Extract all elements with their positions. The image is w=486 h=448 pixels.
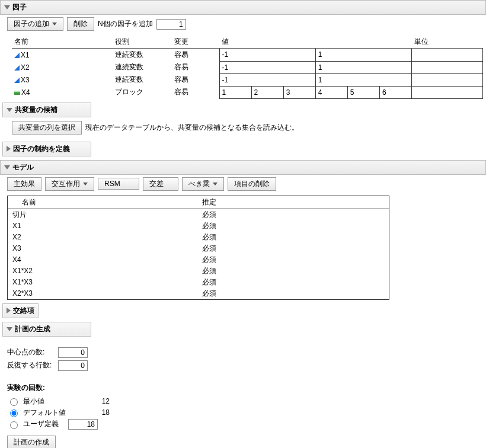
model-header-row: 名前 推定 bbox=[8, 196, 389, 209]
center-input[interactable] bbox=[58, 347, 88, 358]
disclosure-icon[interactable] bbox=[7, 327, 12, 331]
dropdown-icon bbox=[83, 183, 88, 185]
term-name: X1 bbox=[8, 220, 197, 232]
factors-header-row: 名前 役割 変更 値 単位 bbox=[12, 36, 483, 49]
table-row[interactable]: X3必須 bbox=[8, 243, 389, 254]
covariate-desc: 現在のデータテーブルから、共変量の候補となる集合を読み込む。 bbox=[85, 123, 299, 133]
continuous-icon bbox=[14, 78, 20, 83]
disclosure-icon[interactable] bbox=[7, 308, 11, 313]
term-est[interactable]: 必須 bbox=[197, 277, 389, 288]
disclosure-icon[interactable] bbox=[7, 108, 12, 112]
factor-unit[interactable] bbox=[412, 61, 483, 73]
factor-role[interactable]: 連続変数 bbox=[113, 73, 172, 86]
high-value[interactable]: 1 bbox=[315, 49, 411, 62]
level-value[interactable]: 4 bbox=[315, 86, 347, 98]
disclosure-icon[interactable] bbox=[4, 165, 10, 169]
rsm-button[interactable]: RSM bbox=[98, 178, 139, 190]
table-row[interactable]: X1*X3必須 bbox=[8, 277, 389, 288]
factor-role[interactable]: ブロック bbox=[113, 86, 172, 98]
term-est[interactable]: 必須 bbox=[197, 220, 389, 232]
design-block: 中心点の数: 反復する行数: 実験の回数: 最小値 12 デフォルト値 18 ユ… bbox=[0, 337, 486, 449]
table-row[interactable]: X2必須 bbox=[8, 232, 389, 243]
table-row[interactable]: X1*X2必須 bbox=[8, 265, 389, 277]
table-row[interactable]: X3連続変数容易-11 bbox=[12, 73, 483, 86]
low-value[interactable]: -1 bbox=[219, 73, 315, 86]
continuous-icon bbox=[14, 65, 20, 71]
remove-term-button[interactable]: 項目の削除 bbox=[228, 177, 276, 191]
factor-name[interactable]: X4 bbox=[12, 86, 113, 98]
table-row[interactable]: X2*X3必須 bbox=[8, 288, 389, 300]
factor-role[interactable]: 連続変数 bbox=[113, 49, 172, 62]
term-est[interactable]: 必須 bbox=[197, 254, 389, 265]
level-value[interactable]: 1 bbox=[219, 86, 251, 98]
factor-name[interactable]: X2 bbox=[12, 61, 113, 73]
low-value[interactable]: -1 bbox=[219, 49, 315, 62]
constraints-section-header[interactable]: 因子の制約を定義 bbox=[2, 142, 91, 156]
model-section-header[interactable]: モデル bbox=[0, 160, 486, 175]
factor-unit[interactable] bbox=[412, 73, 483, 86]
design-title: 計画の生成 bbox=[15, 324, 50, 334]
term-est[interactable]: 必須 bbox=[197, 288, 389, 300]
factor-change[interactable]: 容易 bbox=[172, 86, 219, 98]
high-value[interactable]: 1 bbox=[315, 61, 411, 73]
user-label: ユーザ定義 bbox=[23, 419, 65, 429]
level-value[interactable]: 5 bbox=[347, 86, 379, 98]
factor-change[interactable]: 容易 bbox=[172, 49, 219, 62]
term-est[interactable]: 必須 bbox=[197, 232, 389, 243]
term-est[interactable]: 必須 bbox=[197, 265, 389, 277]
remove-factor-button[interactable]: 削除 bbox=[67, 17, 94, 31]
covariate-section-header[interactable]: 共変量の候補 bbox=[2, 103, 91, 117]
model-title: モデル bbox=[12, 162, 34, 172]
center-label: 中心点の数: bbox=[7, 347, 55, 357]
factors-section-header[interactable]: 因子 bbox=[0, 0, 486, 15]
factor-unit[interactable] bbox=[412, 86, 483, 98]
rep-input[interactable] bbox=[58, 360, 88, 371]
disclosure-icon[interactable] bbox=[7, 146, 11, 152]
factor-change[interactable]: 容易 bbox=[172, 61, 219, 73]
default-radio[interactable] bbox=[10, 409, 18, 417]
factor-role[interactable]: 連続変数 bbox=[113, 61, 172, 73]
model-table: 名前 推定 切片必須X1必須X2必須X3必須X4必須X1*X2必須X1*X3必須… bbox=[7, 196, 389, 300]
power-button[interactable]: べき乗 bbox=[182, 177, 224, 191]
level-value[interactable]: 3 bbox=[283, 86, 315, 98]
covariate-row: 共変量の列を選択 現在のデータテーブルから、共変量の候補となる集合を読み込む。 bbox=[0, 117, 486, 138]
table-row[interactable]: X1連続変数容易-11 bbox=[12, 49, 483, 62]
factor-unit[interactable] bbox=[412, 49, 483, 62]
disclosure-icon[interactable] bbox=[4, 5, 10, 9]
main-effects-button[interactable]: 主効果 bbox=[7, 177, 41, 191]
add-factor-button[interactable]: 因子の追加 bbox=[7, 17, 63, 31]
factor-change[interactable]: 容易 bbox=[172, 73, 219, 86]
factor-name[interactable]: X3 bbox=[12, 73, 113, 86]
rep-label: 反復する行数: bbox=[7, 360, 55, 370]
term-name: X1*X3 bbox=[8, 277, 197, 288]
confound-section-header[interactable]: 交絡項 bbox=[2, 303, 39, 318]
cross-button[interactable]: 交差 bbox=[143, 177, 178, 191]
design-section-header[interactable]: 計画の生成 bbox=[2, 322, 91, 337]
table-row[interactable]: X4必須 bbox=[8, 254, 389, 265]
high-value[interactable]: 1 bbox=[315, 73, 411, 86]
level-value[interactable]: 6 bbox=[379, 86, 411, 98]
make-design-button[interactable]: 計画の作成 bbox=[7, 436, 56, 449]
interaction-button[interactable]: 交互作用 bbox=[45, 177, 94, 191]
user-radio[interactable] bbox=[10, 421, 18, 429]
table-row[interactable]: X4ブロック容易123456 bbox=[12, 86, 483, 98]
level-value[interactable]: 2 bbox=[251, 86, 283, 98]
term-est[interactable]: 必須 bbox=[197, 243, 389, 254]
col-unit: 単位 bbox=[412, 36, 483, 49]
table-row[interactable]: X1必須 bbox=[8, 220, 389, 232]
col-values: 値 bbox=[219, 36, 412, 49]
table-row[interactable]: 切片必須 bbox=[8, 209, 389, 220]
term-name: X2 bbox=[8, 232, 197, 243]
def-label: デフォルト値 bbox=[23, 408, 82, 418]
term-est[interactable]: 必須 bbox=[197, 209, 389, 220]
confound-title: 交絡項 bbox=[13, 306, 34, 316]
low-value[interactable]: -1 bbox=[219, 61, 315, 73]
table-row[interactable]: X2連続変数容易-11 bbox=[12, 61, 483, 73]
term-name: X2*X3 bbox=[8, 288, 197, 300]
select-covariate-button[interactable]: 共変量の列を選択 bbox=[12, 121, 82, 135]
n-factors-input[interactable] bbox=[156, 19, 186, 30]
user-input[interactable] bbox=[68, 419, 98, 430]
factor-name[interactable]: X1 bbox=[12, 49, 113, 62]
min-radio[interactable] bbox=[10, 398, 18, 406]
col-est: 推定 bbox=[197, 196, 389, 209]
